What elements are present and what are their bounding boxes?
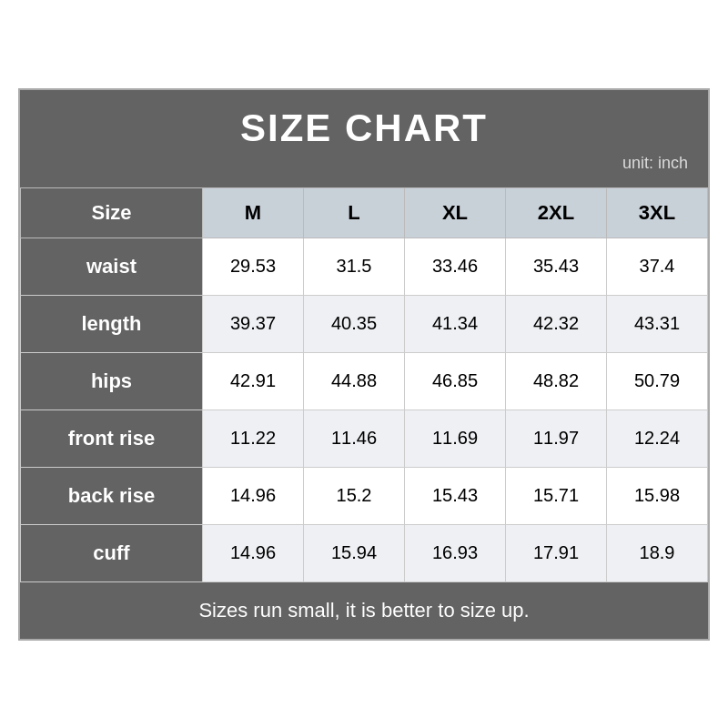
cell-hips-2XL: 48.82 <box>506 352 607 410</box>
cell-front-rise-XL: 11.69 <box>405 410 506 467</box>
cell-back-rise-L: 15.2 <box>304 467 405 524</box>
cell-front-rise-3XL: 12.24 <box>607 410 708 467</box>
col-header-L: L <box>304 187 405 238</box>
cell-back-rise-M: 14.96 <box>203 467 304 524</box>
col-header-3XL: 3XL <box>607 187 708 238</box>
col-header-2XL: 2XL <box>506 187 607 238</box>
cell-length-M: 39.37 <box>203 295 304 352</box>
cell-length-L: 40.35 <box>304 295 405 352</box>
row-label-hips: hips <box>21 352 203 410</box>
cell-length-3XL: 43.31 <box>607 295 708 352</box>
row-label-back-rise: back rise <box>21 467 203 524</box>
row-label-front-rise: front rise <box>21 410 203 467</box>
cell-cuff-M: 14.96 <box>203 524 304 581</box>
table-row: waist29.5331.533.4635.4337.4 <box>21 238 708 295</box>
size-chart: SIZE CHART unit: inch SizeMLXL2XL3XL wai… <box>18 88 710 641</box>
cell-hips-M: 42.91 <box>203 352 304 410</box>
cell-hips-L: 44.88 <box>304 352 405 410</box>
row-label-cuff: cuff <box>21 524 203 581</box>
cell-cuff-L: 15.94 <box>304 524 405 581</box>
cell-cuff-3XL: 18.9 <box>607 524 708 581</box>
table-row: back rise14.9615.215.4315.7115.98 <box>21 467 708 524</box>
header-row: SizeMLXL2XL3XL <box>21 187 708 238</box>
cell-front-rise-2XL: 11.97 <box>506 410 607 467</box>
table-row: hips42.9144.8846.8548.8250.79 <box>21 352 708 410</box>
table-row: cuff14.9615.9416.9317.9118.9 <box>21 524 708 581</box>
cell-length-XL: 41.34 <box>405 295 506 352</box>
row-label-length: length <box>21 295 203 352</box>
cell-waist-M: 29.53 <box>203 238 304 295</box>
col-header-XL: XL <box>405 187 506 238</box>
cell-hips-XL: 46.85 <box>405 352 506 410</box>
table-body: waist29.5331.533.4635.4337.4length39.374… <box>21 238 708 581</box>
chart-footer: Sizes run small, it is better to size up… <box>20 582 708 639</box>
cell-length-2XL: 42.32 <box>506 295 607 352</box>
cell-back-rise-XL: 15.43 <box>405 467 506 524</box>
cell-hips-3XL: 50.79 <box>607 352 708 410</box>
table-row: length39.3740.3541.3442.3243.31 <box>21 295 708 352</box>
cell-front-rise-M: 11.22 <box>203 410 304 467</box>
cell-cuff-2XL: 17.91 <box>506 524 607 581</box>
size-header: Size <box>21 187 203 238</box>
cell-waist-2XL: 35.43 <box>506 238 607 295</box>
col-header-M: M <box>203 187 304 238</box>
size-table: SizeMLXL2XL3XL waist29.5331.533.4635.433… <box>20 187 708 582</box>
row-label-waist: waist <box>21 238 203 295</box>
cell-cuff-XL: 16.93 <box>405 524 506 581</box>
table-row: front rise11.2211.4611.6911.9712.24 <box>21 410 708 467</box>
cell-back-rise-2XL: 15.71 <box>506 467 607 524</box>
chart-title: SIZE CHART <box>29 106 699 150</box>
cell-waist-XL: 33.46 <box>405 238 506 295</box>
cell-back-rise-3XL: 15.98 <box>607 467 708 524</box>
unit-label: unit: inch <box>29 150 699 180</box>
cell-waist-L: 31.5 <box>304 238 405 295</box>
chart-header: SIZE CHART unit: inch <box>20 90 708 187</box>
cell-waist-3XL: 37.4 <box>607 238 708 295</box>
cell-front-rise-L: 11.46 <box>304 410 405 467</box>
